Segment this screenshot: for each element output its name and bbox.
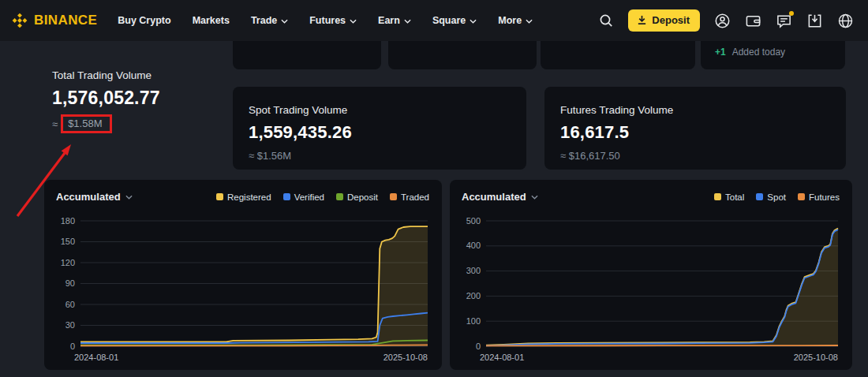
legend-item-verified[interactable]: Verified	[283, 192, 324, 202]
legend-swatch	[283, 193, 290, 200]
nav-item-more[interactable]: More	[498, 15, 533, 26]
nav-item-label: Buy Crypto	[118, 15, 170, 26]
nav-item-label: Futures	[309, 15, 346, 26]
chevron-down-icon	[531, 195, 538, 200]
binance-diamond-icon	[11, 12, 28, 29]
chart-header: Accumulated Total Spot Futures	[450, 180, 852, 203]
spot-volume-value: 1,559,435.26	[249, 122, 511, 143]
chevron-down-icon	[404, 19, 411, 24]
legend-item-total[interactable]: Total	[714, 192, 744, 202]
svg-text:2024-08-01: 2024-08-01	[74, 353, 118, 362]
summary-card-partial-2	[388, 41, 537, 69]
legend-label: Registered	[227, 192, 271, 202]
download-app-icon[interactable]	[806, 13, 823, 29]
approx-symbol: ≈	[52, 118, 58, 130]
legend-label: Deposit	[347, 192, 378, 202]
nav-item-square[interactable]: Square	[432, 15, 477, 26]
accumulated-dropdown-label: Accumulated	[56, 191, 121, 203]
svg-text:90: 90	[65, 278, 75, 288]
chevron-down-icon	[281, 19, 288, 24]
svg-text:300: 300	[466, 266, 481, 275]
volume-line-chart: 01002003004005002024-08-012025-10-08	[458, 213, 843, 365]
brand-name: BINANCE	[34, 13, 97, 28]
legend-label: Futures	[809, 192, 840, 202]
nav-item-label: Markets	[193, 15, 230, 26]
chart-legend: Registered Verified Deposit Traded	[216, 192, 429, 202]
svg-text:2025-10-08: 2025-10-08	[794, 353, 838, 362]
main-menu: Buy Crypto Markets Trade Futures Earn Sq…	[118, 15, 533, 26]
summary-card-partial-3	[541, 41, 695, 69]
legend-label: Traded	[401, 192, 429, 202]
legend-swatch	[216, 193, 223, 200]
added-today-badge: +1	[715, 47, 726, 58]
nav-item-label: More	[498, 15, 522, 26]
accumulated-dropdown-label: Accumulated	[462, 191, 526, 203]
svg-text:400: 400	[466, 241, 481, 250]
chevron-down-icon	[526, 19, 533, 24]
chevron-down-icon	[350, 19, 357, 24]
svg-text:100: 100	[466, 316, 481, 326]
users-accumulated-chart-card: Accumulated Registered Verified Deposit …	[44, 180, 442, 370]
svg-text:0: 0	[70, 342, 75, 351]
search-icon[interactable]	[598, 13, 614, 28]
spot-volume-approx: ≈ $1.56M	[249, 150, 511, 162]
legend-item-registered[interactable]: Registered	[216, 192, 271, 202]
svg-text:0: 0	[476, 342, 481, 351]
deposit-button[interactable]: Deposit	[628, 9, 700, 32]
deposit-arrow-icon	[637, 15, 647, 25]
chart-legend: Total Spot Futures	[714, 192, 840, 202]
notification-dot	[789, 11, 794, 16]
summary-card-partial-1	[233, 41, 381, 69]
nav-item-label: Square	[432, 15, 466, 26]
legend-label: Total	[725, 192, 744, 202]
nav-item-markets[interactable]: Markets	[193, 15, 230, 26]
svg-text:150: 150	[61, 237, 75, 246]
futures-volume-title: Futures Trading Volume	[560, 104, 830, 116]
legend-swatch	[714, 193, 721, 200]
chart-header: Accumulated Registered Verified Deposit …	[44, 180, 442, 203]
legend-label: Spot	[767, 192, 786, 202]
nav-item-futures[interactable]: Futures	[309, 15, 357, 26]
legend-swatch	[390, 193, 397, 200]
chat-icon[interactable]	[776, 13, 792, 29]
binance-logo[interactable]: BINANCE	[11, 12, 97, 29]
svg-text:500: 500	[466, 216, 481, 226]
legend-item-traded[interactable]: Traded	[390, 192, 429, 202]
total-trading-volume-stat: Total Trading Volume 1,576,052.77 ≈ $1.5…	[52, 69, 160, 133]
chevron-down-icon	[125, 195, 133, 200]
futures-volume-approx: ≈ $16,617.50	[560, 150, 830, 162]
accumulated-dropdown[interactable]: Accumulated	[56, 191, 133, 203]
nav-item-trade[interactable]: Trade	[251, 15, 288, 26]
total-volume-title: Total Trading Volume	[52, 69, 160, 81]
spot-trading-volume-card: Spot Trading Volume 1,559,435.26 ≈ $1.56…	[233, 87, 526, 170]
nav-item-label: Trade	[251, 15, 277, 26]
legend-item-futures[interactable]: Futures	[798, 192, 840, 202]
svg-text:2025-10-08: 2025-10-08	[383, 353, 428, 362]
added-today-row: +1 Added today	[701, 41, 845, 58]
svg-text:30: 30	[65, 320, 75, 330]
svg-text:200: 200	[466, 291, 481, 300]
legend-item-spot[interactable]: Spot	[756, 192, 786, 202]
legend-label: Verified	[294, 192, 324, 202]
svg-text:2024-08-01: 2024-08-01	[480, 353, 524, 362]
nav-item-buy-crypto[interactable]: Buy Crypto	[118, 15, 170, 26]
spot-volume-title: Spot Trading Volume	[249, 104, 511, 116]
total-volume-approx: ≈ $1.58M	[52, 114, 160, 133]
chevron-down-icon	[470, 19, 477, 24]
added-today-label: Added today	[732, 47, 785, 58]
users-line-chart: 03060901201501802024-08-012025-10-08	[52, 213, 432, 365]
nav-item-label: Earn	[378, 15, 400, 26]
profile-icon[interactable]	[714, 13, 731, 29]
legend-swatch	[336, 193, 343, 200]
wallet-icon[interactable]	[745, 13, 761, 29]
nav-right-tools: Deposit	[598, 9, 854, 32]
accumulated-dropdown[interactable]: Accumulated	[462, 191, 538, 203]
legend-swatch	[756, 193, 763, 200]
svg-text:120: 120	[61, 258, 75, 267]
legend-item-deposit[interactable]: Deposit	[336, 192, 378, 202]
svg-text:60: 60	[65, 300, 75, 309]
globe-language-icon[interactable]	[837, 13, 854, 29]
svg-text:180: 180	[61, 216, 75, 226]
total-volume-value: 1,576,052.77	[52, 88, 160, 109]
nav-item-earn[interactable]: Earn	[378, 15, 411, 26]
